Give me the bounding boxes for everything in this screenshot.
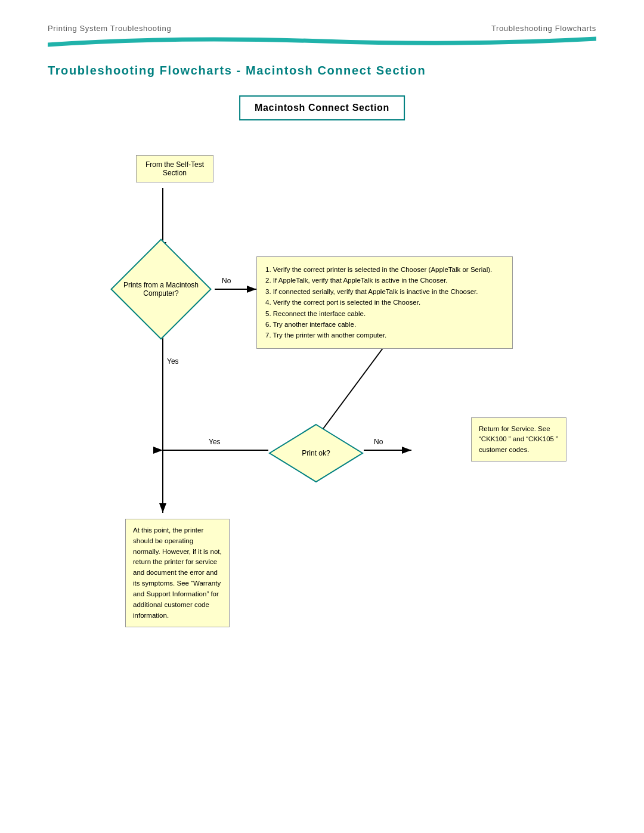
step-3: 3. If connected serially, verify that Ap… [265, 286, 504, 297]
step-2: 2. If AppleTalk, verify that AppleTalk i… [265, 275, 504, 286]
flowchart-container: No Yes Yes No Macintosh Connect Section … [48, 95, 596, 632]
step-1: 1. Verify the correct printer is selecte… [265, 264, 504, 275]
svg-text:No: No [222, 277, 231, 285]
step-5: 5. Reconnect the interface cable. [265, 308, 504, 319]
printok-diamond-wrapper: Print ok? [268, 423, 364, 483]
swoosh-decoration [48, 36, 596, 47]
steps-box: 1. Verify the correct printer is selecte… [256, 256, 513, 349]
svg-text:Print ok?: Print ok? [302, 449, 330, 457]
step-6: 6. Try another interface cable. [265, 319, 504, 330]
step-7: 7. Try the printer with another computer… [265, 330, 504, 340]
header-left: Printing System Troubleshooting [48, 24, 171, 33]
self-test-box: From the Self-Test Section [136, 155, 213, 182]
svg-text:No: No [374, 438, 383, 446]
step-4: 4. Verify the correct port is selected i… [265, 297, 504, 308]
mac-diamond-label: Prints from a Macintosh Computer? [107, 281, 215, 298]
svg-text:Yes: Yes [167, 357, 179, 366]
page: Printing System Troubleshooting Troubles… [0, 0, 644, 833]
final-info-box: At this point, the printer should be ope… [125, 519, 230, 627]
header-right: Troubleshooting Flowcharts [491, 24, 596, 33]
svg-text:Yes: Yes [209, 438, 221, 446]
header: Printing System Troubleshooting Troubles… [48, 24, 596, 33]
mac-diamond-wrapper: Prints from a Macintosh Computer? [107, 256, 215, 322]
title-box: Macintosh Connect Section [239, 95, 405, 120]
return-service-box: Return for Service. See “CKK100 ” and “C… [471, 417, 566, 462]
page-title: Troubleshooting Flowcharts - Macintosh C… [48, 64, 596, 78]
